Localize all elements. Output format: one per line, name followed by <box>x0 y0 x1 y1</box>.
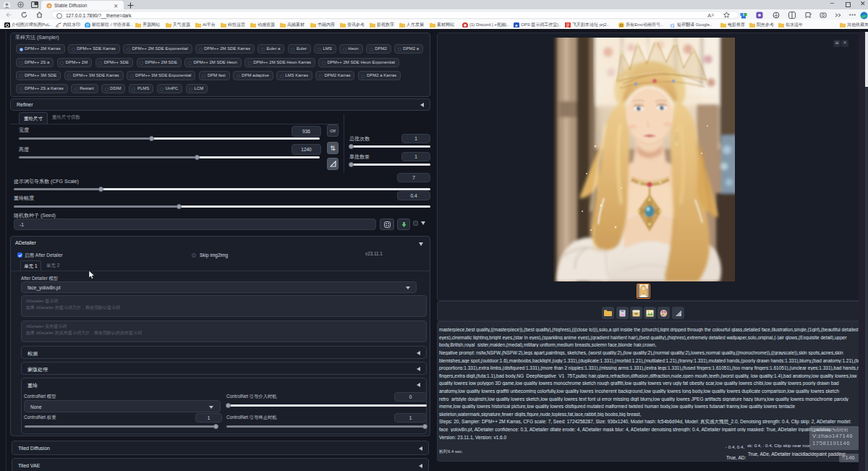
svg-text:A: A <box>707 12 712 18</box>
svg-text:G: G <box>671 22 675 27</box>
